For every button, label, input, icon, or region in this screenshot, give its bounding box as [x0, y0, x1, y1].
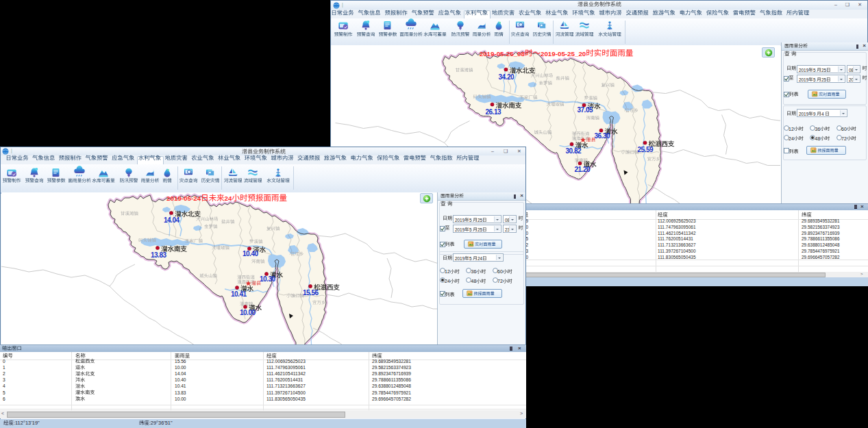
svg-text::112°13'19": :112°13'19"	[14, 420, 40, 426]
svg-text::29°36'51": :29°36'51"	[149, 420, 173, 426]
